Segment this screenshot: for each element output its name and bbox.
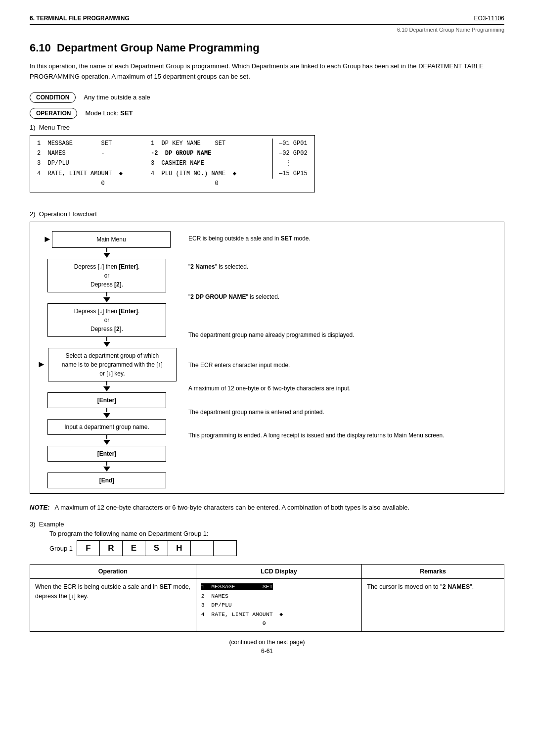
desc-step4: The ECR enters character input mode. (188, 361, 499, 370)
section-title: 6.10 Department Group Name Programming (30, 42, 504, 54)
example-intro: To program the following name on Departm… (30, 530, 504, 537)
note-section: NOTE: A maximum of 12 one-byte character… (30, 503, 504, 513)
desc-step7: This programming is ended. A long receip… (188, 431, 499, 440)
operation-row: OPERATION Mode Lock: SET (30, 108, 504, 119)
example-freq-row: Group 1 F R E S H (30, 540, 504, 556)
menu-tree-mid: 1 DP KEY NAME SET -2 DP GROUP NAME 3 CAS… (151, 139, 269, 189)
note-text: A maximum of 12 one-byte characters or 6… (55, 504, 410, 511)
flow-box-step5: Input a department group name. (47, 419, 166, 435)
desc-step2: "2 DP GROUP NAME" is selected. (188, 292, 499, 302)
menu-tree-label: 1) Menu Tree (30, 124, 504, 131)
loop-row: ► Select a department group of whichname… (37, 348, 177, 381)
footer-continued: (continued on the next page) (30, 639, 504, 646)
operation-badge: OPERATION (30, 108, 77, 119)
flowchart-container: ► Main Menu Depress [↓] then [Enter].orD… (30, 222, 504, 494)
flow-box-step7: [End] (47, 472, 166, 488)
desc-step3: The department group name already progra… (188, 331, 499, 340)
flowchart-label: 2) Operation Flowchart (30, 210, 504, 218)
condition-row: CONDITION Any time outside a sale (30, 92, 504, 103)
header-left: 6. TERMINAL FILE PROGRAMMING (30, 15, 130, 22)
menu-tree-section: 1) Menu Tree 1 MESSAGE SET 2 NAMES - 3 D… (30, 124, 504, 201)
flow-box-step3: Select a department group of whichname i… (48, 348, 177, 381)
intro-text: In this operation, the name of each Depa… (30, 61, 504, 82)
flow-box-main-menu: Main Menu (52, 231, 171, 248)
condition-text: Any time outside a sale (84, 94, 150, 101)
flowchart-section: 2) Operation Flowchart ► Main Menu Depre… (30, 210, 504, 494)
condition-badge: CONDITION (30, 92, 76, 103)
data-table: Operation LCD Display Remarks When the E… (30, 564, 504, 632)
freq-cells: F R E S H (77, 540, 237, 556)
desc-step1: "2 Names" is selected. (188, 262, 499, 272)
freq-cell-2: R (100, 541, 123, 556)
note-label: NOTE: (30, 504, 49, 511)
freq-cell-6 (191, 541, 214, 556)
table-cell-operation: When the ECR is being outside a sale and… (30, 579, 196, 632)
flow-box-step6: [Enter] (47, 446, 166, 462)
example-label: 3) Example (30, 520, 504, 528)
table-row: When the ECR is being outside a sale and… (30, 579, 504, 632)
table-header-lcd: LCD Display (196, 565, 362, 579)
menu-tree: 1 MESSAGE SET 2 NAMES - 3 DP/PLU 4 RATE,… (30, 135, 315, 192)
table-header-operation: Operation (30, 565, 196, 579)
table-cell-lcd: 1 MESSAGE SET 2 NAMES 3 DP/PLU 4 RATE, L… (196, 579, 362, 632)
page-number: 6-61 (30, 648, 504, 655)
table-cell-remarks: The cursor is moved on to "2 NAMES". (362, 579, 504, 632)
freq-cell-5: H (168, 541, 191, 556)
freq-cell-4: S (145, 541, 168, 556)
flow-box-step4: [Enter] (47, 392, 166, 408)
flowchart-right: ECR is being outside a sale and in SET m… (178, 231, 499, 445)
freq-cell-1: F (77, 541, 100, 556)
flowchart-left: ► Main Menu Depress [↓] then [Enter].orD… (35, 231, 178, 488)
table-header-remarks: Remarks (362, 565, 504, 579)
freq-cell-7 (214, 541, 236, 556)
header-right: EO3-11106 (474, 15, 504, 22)
sub-header: 6.10 Department Group Name Programming (30, 27, 504, 33)
group-label: Group 1 (49, 545, 73, 552)
desc-step6: The department group name is entered and… (188, 408, 499, 417)
example-section: 3) Example To program the following name… (30, 520, 504, 556)
flow-box-step2: Depress [↓] then [Enter].orDepress [2]. (47, 303, 166, 337)
flow-box-step1: Depress [↓] then [Enter].orDepress [2]. (47, 259, 166, 292)
operation-text: Mode Lock: SET (85, 109, 133, 117)
desc-step5: A maximum of 12 one-byte or 6 two-byte c… (188, 384, 499, 393)
menu-tree-right: ―01 GP01 ―02 GP02 ⋮ ―15 GP15 (272, 139, 308, 179)
lcd-display: 1 MESSAGE SET 2 NAMES 3 DP/PLU 4 RATE, L… (201, 582, 357, 628)
freq-cell-3: E (123, 541, 145, 556)
desc-main-menu: ECR is being outside a sale and in SET m… (188, 231, 499, 243)
menu-tree-left: 1 MESSAGE SET 2 NAMES - 3 DP/PLU 4 RATE,… (37, 139, 151, 189)
